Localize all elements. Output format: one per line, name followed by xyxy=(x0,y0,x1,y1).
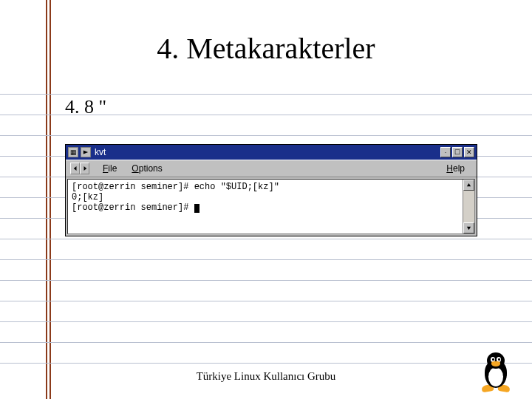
window-arrow-icon[interactable] xyxy=(81,147,91,157)
minimize-button[interactable]: · xyxy=(440,147,451,157)
close-button[interactable]: ✕ xyxy=(464,147,474,157)
menu-help[interactable]: Help xyxy=(439,162,472,175)
svg-marker-2 xyxy=(83,166,86,171)
terminal-cursor xyxy=(194,204,200,213)
terminal-output[interactable]: [root@zerrin seminer]# echo "$UID;[kz]" … xyxy=(68,180,463,233)
tux-penguin-icon xyxy=(477,351,514,392)
notebook-rules xyxy=(0,74,532,399)
svg-marker-1 xyxy=(73,166,76,171)
scroll-up-button[interactable] xyxy=(463,180,474,191)
page-title: 4. Metakarakterler xyxy=(0,31,532,66)
menu-help-rest: elp xyxy=(453,163,465,174)
menu-options[interactable]: Options xyxy=(124,162,169,175)
terminal-window: ▦ kvt · ☐ ✕ File Options Help xyxy=(65,144,477,236)
terminal-body[interactable]: [root@zerrin seminer]# echo "$UID;[kz]" … xyxy=(67,179,475,234)
system-menu-icon[interactable]: ▦ xyxy=(68,147,78,157)
maximize-button[interactable]: ☐ xyxy=(452,147,463,157)
footer-text: Türkiye Linux Kullanıcı Grubu xyxy=(0,370,532,383)
terminal-line: [root@zerrin seminer]# echo "$UID;[kz]" xyxy=(72,182,279,192)
window-title: kvt xyxy=(95,147,440,157)
menu-scroll-left-icon[interactable] xyxy=(70,163,80,174)
section-heading: 4. 8 " xyxy=(65,96,106,118)
menubar: File Options Help xyxy=(66,160,477,177)
terminal-line: 0;[kz] xyxy=(72,192,103,202)
terminal-line: [root@zerrin seminer]# xyxy=(72,202,194,213)
menu-scroll-right-icon[interactable] xyxy=(80,163,89,174)
scroll-track[interactable] xyxy=(463,191,474,222)
menu-file-rest: ile xyxy=(108,163,117,174)
menu-file[interactable]: File xyxy=(95,162,124,175)
svg-marker-4 xyxy=(467,227,471,230)
titlebar[interactable]: ▦ kvt · ☐ ✕ xyxy=(66,145,477,160)
scroll-down-button[interactable] xyxy=(463,222,474,233)
svg-marker-3 xyxy=(467,183,471,186)
svg-marker-0 xyxy=(83,151,88,154)
vertical-scrollbar[interactable] xyxy=(463,180,474,233)
menu-options-rest: ptions xyxy=(139,163,163,174)
